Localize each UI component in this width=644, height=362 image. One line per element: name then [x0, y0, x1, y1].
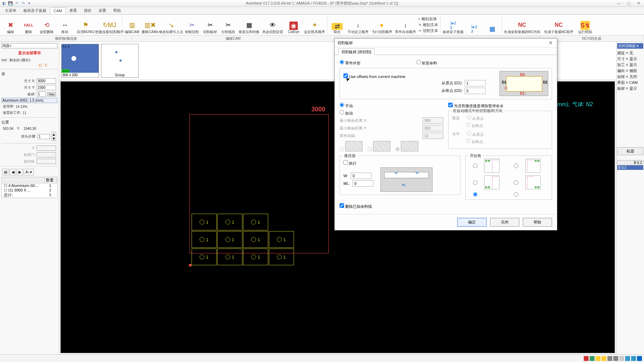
pattern3[interactable] [395, 141, 418, 152]
status-icon[interactable] [637, 356, 642, 361]
part-cell[interactable] [192, 249, 217, 265]
sheet-count-input[interactable] [37, 92, 46, 97]
rbtn-common-cut[interactable]: 👁共边切割设置 [261, 15, 285, 34]
close-button[interactable]: ✕ [634, 1, 643, 6]
check-use-offsets[interactable]: Use offsets from current machine [343, 73, 405, 79]
dialog-title-bar[interactable]: 切割板材 ✕ [335, 39, 557, 47]
part-cell[interactable] [192, 231, 217, 248]
mj-ml-input[interactable] [352, 180, 373, 187]
step-up[interactable]: ▲ [52, 132, 56, 136]
status-icon[interactable] [619, 356, 624, 361]
rbtn-delete-all[interactable]: ⟲全部删除 [38, 15, 56, 34]
rbtn-auto-order[interactable]: ↓零件自动顺序 [394, 15, 417, 34]
rbtn-smart-cut[interactable]: ✂智能切割 [183, 15, 201, 34]
check-add-pause[interactable]: 当没有微连接是增加暂停命令 [448, 103, 504, 109]
tab-settings[interactable]: 设置 [95, 7, 110, 14]
part-cell[interactable] [269, 249, 294, 265]
dialog-close-button[interactable]: ✕ [547, 40, 554, 46]
status-icon[interactable] [596, 356, 600, 361]
status-icon[interactable] [613, 356, 618, 361]
arrow-step-input[interactable] [38, 134, 50, 139]
corner-opt3[interactable] [469, 180, 481, 185]
tab-view[interactable]: 查看 [66, 7, 80, 14]
minimize-button[interactable]: — [615, 1, 623, 6]
rbtn-simulate[interactable]: S↯运行模拟 [576, 15, 594, 34]
tab-quote[interactable]: 报价 [80, 7, 95, 14]
radio-auto[interactable]: 自动 [340, 110, 353, 116]
rbtn-apply-mjwj[interactable]: ⚑应用MJ/WJ [74, 15, 98, 34]
qat-icon-save[interactable]: 💾 [8, 1, 13, 6]
qat-icon-undo[interactable]: ↶ [14, 1, 20, 6]
pattern1[interactable] [340, 141, 363, 152]
help-button[interactable]: 帮助 [523, 218, 552, 227]
corner-opt4[interactable] [510, 180, 522, 185]
opt-bias[interactable]: 偏向 = 侧面 [617, 68, 643, 74]
rbtn-grid1[interactable]: 1▸23 [465, 15, 483, 34]
dialog-tab-active[interactable]: 切割板材 [用切割] [338, 48, 374, 55]
opt-proc[interactable]: 加工 = 显示 [617, 62, 643, 68]
part-cell[interactable] [243, 214, 268, 230]
corner-opt1[interactable] [469, 164, 481, 168]
opt-sheet[interactable]: 板材 = 显示 [617, 86, 643, 92]
tab-main[interactable]: 主菜单 [1, 7, 20, 14]
tb-icon1[interactable]: ▤ [2, 169, 9, 175]
rbtn-vertical[interactable]: ▦垂直位和转换 [237, 15, 261, 34]
b-selected[interactable]: B 0.2 [617, 165, 643, 170]
opt-rot[interactable]: 自转 = 关闭 [617, 74, 643, 80]
status-icon[interactable] [625, 356, 630, 361]
step-down[interactable]: ▼ [52, 136, 56, 141]
tb-icon2[interactable]: ◀ [10, 169, 16, 175]
show-all-parts[interactable]: 显示全部零件 [1, 49, 57, 57]
rbtn-engrave-solid[interactable]: ▪ 雕刻实体 [419, 16, 438, 22]
tab-sheet[interactable]: 板材及子套裁 [20, 7, 50, 14]
ok-button[interactable]: 确定 [457, 218, 487, 227]
max-button[interactable]: Max [47, 92, 56, 96]
status-icon[interactable] [607, 356, 612, 361]
tree-row[interactable]: ☐ 4 Aluminium-50...1 [2, 183, 57, 188]
opt-snap[interactable]: 捕捉 = 无 [617, 50, 643, 56]
tab-cam[interactable]: CAM [50, 7, 66, 14]
rbtn-fly-cut[interactable]: ●飞行切割顺序 [370, 15, 394, 34]
rbtn-edit-cam[interactable]: ▥编辑CAM [123, 15, 141, 34]
maximize-button[interactable]: ▢ [624, 1, 633, 6]
corner-opt5[interactable] [469, 192, 481, 197]
rbtn-delete-cams[interactable]: ▥✖删除CAMs [141, 15, 159, 34]
rbtn-leadin[interactable]: ↘修改轮廓引入点 [159, 15, 183, 34]
rbtn-engrave-text[interactable]: ✎ 雕刻文本 [419, 22, 438, 27]
qat-icon-redo[interactable]: ↷ [20, 1, 26, 6]
rbtn-grid2[interactable]: ▦ [483, 15, 501, 34]
pattern2[interactable] [367, 141, 390, 152]
rbtn-tool-order[interactable]: ✶设定模具顺序 [303, 15, 326, 34]
rbtn-gen-sub-nc[interactable]: NC生成子套裁NC程序 [541, 15, 576, 34]
status-icon[interactable] [584, 356, 589, 361]
part-cell[interactable] [217, 249, 242, 265]
tab-help[interactable]: 帮助 [110, 7, 124, 14]
rbtn-delete[interactable]: XALL删除 [20, 15, 38, 34]
radio-manual[interactable]: 手动 [340, 103, 353, 109]
qat-icon-app[interactable]: ◧ [1, 1, 7, 6]
radio-part-outline[interactable]: 零件外形 [340, 60, 360, 66]
thumb-part[interactable]: P1_2 11:0 300 x 200 [61, 44, 99, 78]
d2-input[interactable] [465, 88, 486, 94]
part-cell[interactable] [192, 214, 217, 230]
part-cell[interactable] [217, 214, 242, 230]
qat-dropdown[interactable]: ▾ [26, 1, 32, 6]
rbtn-sheet-sub[interactable]: 1▸23板材及子套裁 [441, 15, 465, 34]
rbtn-edit[interactable]: ✖编辑 [1, 15, 20, 34]
part-cell[interactable] [243, 249, 268, 265]
radio-rect-remnant[interactable]: 矩形余料 [416, 60, 437, 66]
rbtn-split-line[interactable]: ✂分割线段 [219, 15, 237, 34]
rbtn-cut-text[interactable]: ✂ 切割文本 [419, 28, 438, 33]
machine-button[interactable]: 机器 [617, 147, 643, 155]
size-x-input[interactable] [37, 78, 56, 84]
opt-dim[interactable]: 尺寸 = 显示 [617, 56, 643, 62]
rbtn-bidir[interactable]: ⇄双向 [328, 15, 346, 34]
d1-input[interactable] [465, 80, 486, 86]
size-y-input[interactable] [37, 85, 56, 90]
check-delete-remnant[interactable]: 删除已加余料线 [340, 203, 372, 209]
rbtn-manual-order[interactable]: ↓手动定义顺序 [346, 15, 370, 34]
right-combo[interactable]: 主对话框架 ▾ [617, 43, 643, 49]
rbtn-cut-sheet[interactable]: ✂切割板材 [201, 15, 219, 34]
part-cell[interactable] [243, 231, 268, 248]
corner-opt2[interactable] [510, 164, 522, 168]
